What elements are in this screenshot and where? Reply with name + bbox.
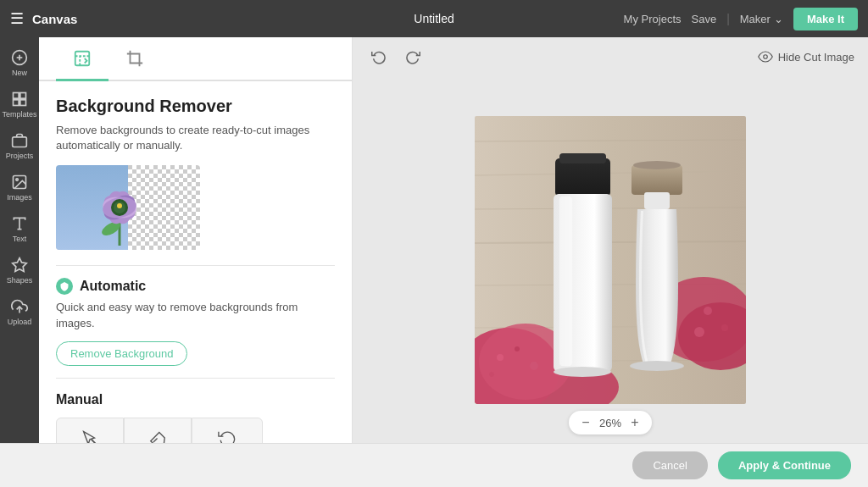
menu-icon[interactable]: ☰ xyxy=(10,9,24,28)
panel-content: Background Remover Remove backgrounds to… xyxy=(39,81,352,443)
sidebar-item-templates[interactable]: Templates xyxy=(3,86,36,124)
panel-description: Remove backgrounds to create ready-to-cu… xyxy=(56,123,335,153)
svg-point-42 xyxy=(515,346,520,351)
canvas-viewport[interactable]: − 26% + xyxy=(353,76,868,443)
svg-point-48 xyxy=(721,324,728,331)
document-title[interactable]: Untitled xyxy=(414,12,453,25)
images-icon xyxy=(11,174,28,191)
section-divider-2 xyxy=(56,378,335,379)
svg-point-58 xyxy=(630,361,684,371)
hide-cut-label: Hide Cut Image xyxy=(778,51,854,64)
svg-point-41 xyxy=(497,354,504,361)
sidebar-label-projects: Projects xyxy=(6,152,34,160)
apply-continue-button[interactable]: Apply & Continue xyxy=(718,451,851,479)
zoom-in-button[interactable]: + xyxy=(626,414,643,431)
svg-rect-53 xyxy=(559,196,572,366)
sidebar-item-text[interactable]: Text xyxy=(3,210,36,248)
panel-tabs xyxy=(39,37,352,81)
svg-rect-7 xyxy=(13,137,27,147)
canvas-area: Hide Cut Image xyxy=(353,37,868,443)
sidebar-label-templates: Templates xyxy=(2,110,36,119)
zoom-level: 26% xyxy=(599,417,621,429)
section-divider-1 xyxy=(56,265,335,266)
automatic-section-header: Automatic xyxy=(56,278,335,295)
shapes-icon xyxy=(11,257,28,274)
eye-icon xyxy=(758,49,773,64)
my-projects-link[interactable]: My Projects xyxy=(624,13,682,25)
chevron-down-icon: ⌄ xyxy=(774,13,783,25)
shield-icon xyxy=(59,281,70,291)
save-button[interactable]: Save xyxy=(692,13,717,25)
tab-crop[interactable] xyxy=(108,37,161,80)
svg-point-27 xyxy=(117,203,122,208)
svg-point-29 xyxy=(763,55,767,59)
zoom-out-button[interactable]: − xyxy=(577,414,594,431)
svg-point-54 xyxy=(554,367,611,377)
automatic-badge xyxy=(56,278,73,295)
svg-rect-16 xyxy=(128,165,200,250)
panel-title: Background Remover xyxy=(56,97,335,116)
erase-tool-icon xyxy=(148,429,167,443)
undo-icon xyxy=(371,49,387,64)
bottom-bar: Cancel Apply & Continue xyxy=(0,443,868,487)
svg-rect-4 xyxy=(20,93,26,99)
select-tool-icon xyxy=(81,429,99,443)
sidebar-label-shapes: Shapes xyxy=(7,276,33,285)
svg-point-44 xyxy=(489,372,494,377)
brand-name: Canvas xyxy=(32,12,77,26)
templates-icon xyxy=(11,91,28,108)
svg-marker-12 xyxy=(13,258,27,272)
cancel-button[interactable]: Cancel xyxy=(632,451,707,479)
svg-rect-51 xyxy=(559,153,606,163)
svg-rect-3 xyxy=(14,93,19,99)
new-icon xyxy=(11,49,28,66)
svg-point-43 xyxy=(530,362,538,370)
manual-tool-restore[interactable]: Restore xyxy=(192,418,263,443)
svg-point-49 xyxy=(694,327,704,337)
manual-tools: Select Erase Resto xyxy=(56,418,335,443)
canvas-toolbar: Hide Cut Image xyxy=(353,37,868,76)
background-remover-tab-icon xyxy=(73,49,92,68)
redo-icon xyxy=(405,49,420,64)
flower-preview-svg xyxy=(56,165,200,250)
sidebar-item-shapes[interactable]: Shapes xyxy=(3,252,36,290)
toolbar-left xyxy=(366,44,426,69)
svg-rect-6 xyxy=(20,100,26,106)
automatic-title: Automatic xyxy=(80,279,146,294)
manual-tool-erase[interactable]: Erase xyxy=(124,418,192,443)
svg-rect-50 xyxy=(555,158,610,196)
sidebar-label-images: Images xyxy=(7,193,32,202)
sidebar-item-images[interactable]: Images xyxy=(3,169,36,207)
svg-point-9 xyxy=(16,179,18,181)
sidebar-item-new[interactable]: New xyxy=(3,44,36,82)
undo-button[interactable] xyxy=(366,44,392,69)
zoom-controls: − 26% + xyxy=(569,411,652,434)
tab-background-remover[interactable] xyxy=(56,37,108,81)
sidebar-item-projects[interactable]: Projects xyxy=(3,127,36,165)
crop-tab-icon xyxy=(125,49,144,68)
maker-dropdown[interactable]: Maker ⌄ xyxy=(740,13,783,25)
svg-point-47 xyxy=(704,307,712,315)
svg-point-56 xyxy=(633,161,681,169)
svg-rect-55 xyxy=(632,165,682,195)
svg-rect-14 xyxy=(75,52,90,66)
hide-cut-image-button[interactable]: Hide Cut Image xyxy=(758,49,854,64)
makeit-button[interactable]: Make It xyxy=(793,8,858,30)
topbar-right: My Projects Save | Maker ⌄ Make It xyxy=(624,8,858,30)
sidebar-label-upload: Upload xyxy=(8,318,32,326)
upload-icon xyxy=(11,298,28,315)
left-panel: Background Remover Remove backgrounds to… xyxy=(39,37,353,443)
automatic-description: Quick and easy way to remove backgrounds… xyxy=(56,300,335,330)
main-layout: New Templates Projects Images Text xyxy=(0,37,868,443)
manual-tool-select[interactable]: Select xyxy=(56,418,124,443)
manual-section: Manual Select Erase xyxy=(56,392,335,443)
manual-title: Manual xyxy=(56,392,103,407)
projects-icon xyxy=(11,132,28,149)
panel-preview-image xyxy=(56,165,200,250)
remove-background-button[interactable]: Remove Background xyxy=(56,341,187,366)
restore-tool-icon xyxy=(218,429,236,443)
svg-rect-5 xyxy=(14,100,19,106)
sidebar-item-upload[interactable]: Upload xyxy=(3,293,36,331)
redo-button[interactable] xyxy=(400,44,426,69)
svg-rect-57 xyxy=(644,192,670,209)
